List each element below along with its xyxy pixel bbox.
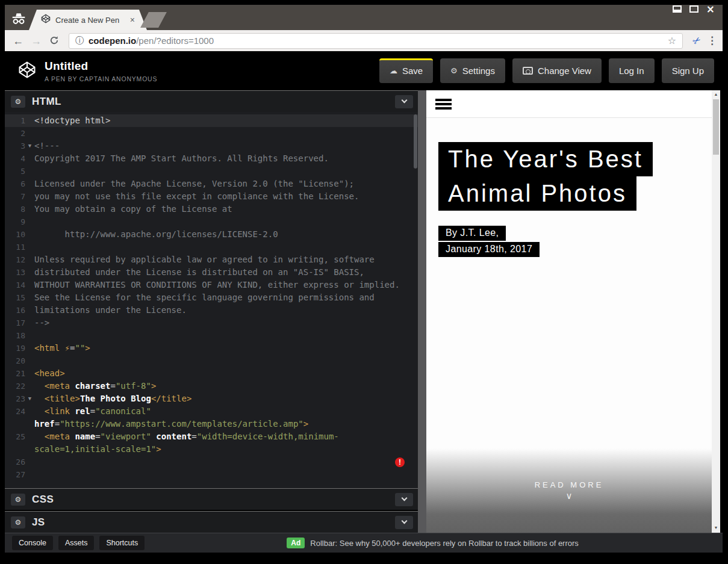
- js-panel-gear-icon[interactable]: ⚙: [11, 516, 25, 528]
- article-byline-author: By J.T. Lee,: [438, 226, 506, 241]
- code-line-text: href="https://www.ampstart.com/templates…: [34, 418, 308, 430]
- preview-scrollbar-thumb[interactable]: [713, 99, 719, 155]
- pen-byline: A PEN BY CAPTAIN ANONYMOUS: [45, 75, 157, 82]
- site-info-icon[interactable]: ⓘ: [75, 36, 84, 46]
- settings-button[interactable]: ⚙ Settings: [440, 58, 505, 83]
- maximize-button-icon[interactable]: [689, 5, 698, 13]
- save-button[interactable]: ☁ Save: [379, 58, 433, 83]
- editor-scrollbar-thumb[interactable]: [414, 114, 417, 169]
- hamburger-menu-icon[interactable]: [435, 99, 452, 110]
- code-row[interactable]: 2: [5, 127, 418, 140]
- code-row[interactable]: 27: [5, 468, 418, 481]
- read-more-link[interactable]: READ MORE: [535, 480, 604, 489]
- log-in-button[interactable]: Log In: [609, 58, 655, 83]
- code-row[interactable]: 8You may obtain a copy of the License at: [5, 203, 418, 215]
- code-row[interactable]: 7you may not use this file except in com…: [5, 190, 418, 203]
- shortcuts-button[interactable]: Shortcuts: [99, 536, 145, 550]
- code-row[interactable]: 1<!doctype html>: [5, 114, 418, 127]
- code-row[interactable]: 13distributed under the License is distr…: [5, 266, 418, 279]
- address-bar[interactable]: ⓘ codepen.io/pen/?editors=1000 ☆: [69, 33, 683, 49]
- reload-icon[interactable]: [47, 33, 61, 49]
- code-line-text: -->: [34, 317, 49, 329]
- html-panel-gear-icon[interactable]: ⚙: [11, 96, 25, 108]
- code-row[interactable]: 9: [5, 215, 418, 228]
- code-row[interactable]: 19<html ⚡="">: [5, 342, 418, 355]
- codepen-logo-icon[interactable]: [18, 61, 36, 81]
- new-tab-button[interactable]: [140, 12, 167, 28]
- preview-site-header: [426, 90, 712, 118]
- article-title: The Year's Best Animal Photos: [438, 142, 700, 211]
- code-line-text: you may not use this file except in comp…: [34, 190, 359, 203]
- scroll-down-arrow-icon[interactable]: ▼: [712, 525, 720, 530]
- change-view-icon: [523, 67, 533, 75]
- code-row[interactable]: 18: [5, 329, 418, 342]
- code-row[interactable]: scale=1,initial-scale=1">: [5, 443, 418, 456]
- tab-title: Create a New Pen: [55, 16, 125, 25]
- read-more-chevron-icon[interactable]: ∨: [566, 491, 573, 501]
- js-panel-collapse-button[interactable]: [395, 516, 413, 529]
- change-view-button-label: Change View: [538, 66, 591, 76]
- code-row[interactable]: 15See the License for the specific langu…: [5, 291, 418, 304]
- code-row[interactable]: 26!: [5, 456, 418, 468]
- css-panel-collapse-button[interactable]: [395, 493, 413, 506]
- code-row[interactable]: 21<head>: [5, 367, 418, 380]
- minimize-button-icon[interactable]: [673, 5, 682, 13]
- code-line-text: distributed under the License is distrib…: [34, 266, 364, 279]
- console-button[interactable]: Console: [12, 536, 53, 550]
- error-icon[interactable]: !: [395, 457, 405, 467]
- editor-footer: Console Assets Shortcuts Ad Rollbar: See…: [5, 533, 723, 553]
- change-view-button[interactable]: Change View: [512, 58, 602, 83]
- ad-text[interactable]: Rollbar: See why 50,000+ developers rely…: [310, 539, 578, 548]
- forward-icon[interactable]: →: [29, 34, 43, 48]
- code-row[interactable]: 20: [5, 355, 418, 367]
- browser-menu-icon[interactable]: ⋮: [707, 34, 717, 47]
- code-row[interactable]: 11: [5, 241, 418, 253]
- back-icon[interactable]: ←: [11, 34, 25, 48]
- code-row[interactable]: 25 <meta name="viewport" content="width=…: [5, 430, 418, 443]
- code-row[interactable]: 23▼ <title>The Photo Blog</title>: [5, 392, 418, 405]
- extension-scissors-icon[interactable]: ✂: [688, 32, 706, 49]
- browser-tab[interactable]: Create a New Pen ×: [29, 10, 147, 30]
- line-number: 16: [5, 304, 25, 317]
- preview-scrollbar[interactable]: ▲ ▼: [712, 90, 720, 533]
- preview-article: The Year's Best Animal Photos By J.T. Le…: [426, 118, 712, 533]
- code-line-text: <head>: [34, 367, 65, 380]
- code-row[interactable]: 4Copyright 2017 The AMP Start Authors. A…: [5, 152, 418, 165]
- line-number: 22: [5, 380, 25, 392]
- sign-up-button[interactable]: Sign Up: [662, 58, 714, 83]
- article-byline: By J.T. Lee, January 18th, 2017: [438, 226, 700, 257]
- read-more-overlay: READ MORE ∨: [426, 448, 712, 533]
- bookmark-star-icon[interactable]: ☆: [668, 35, 676, 46]
- code-line-text: <!---: [34, 140, 60, 152]
- scroll-up-arrow-icon[interactable]: ▲: [712, 92, 720, 96]
- code-row[interactable]: 5: [5, 165, 418, 178]
- save-button-label: Save: [402, 66, 423, 76]
- css-panel-label: CSS: [32, 494, 54, 506]
- code-row[interactable]: 6Licensed under the Apache License, Vers…: [5, 178, 418, 190]
- css-panel-gear-icon[interactable]: ⚙: [11, 494, 25, 506]
- code-row[interactable]: 22 <meta charset="utf-8">: [5, 380, 418, 392]
- article-title-line2: Animal Photos: [438, 176, 636, 211]
- html-code-editor[interactable]: 1<!doctype html>23▼<!---4Copyright 2017 …: [5, 112, 418, 488]
- code-row[interactable]: 3▼<!---: [5, 140, 418, 152]
- fold-arrow-icon[interactable]: ▼: [25, 140, 34, 152]
- fold-arrow-icon[interactable]: ▼: [25, 392, 34, 405]
- gear-icon: ⚙: [450, 66, 458, 75]
- code-row[interactable]: 16limitations under the License.: [5, 304, 418, 317]
- code-row[interactable]: 24 <link rel="canonical": [5, 405, 418, 418]
- code-row[interactable]: 10 http://www.apache.org/licenses/LICENS…: [5, 228, 418, 241]
- footer-ad[interactable]: Ad Rollbar: See why 50,000+ developers r…: [287, 538, 578, 548]
- assets-button[interactable]: Assets: [58, 536, 95, 550]
- editors-preview-resize-handle[interactable]: [418, 90, 426, 533]
- codepen-page: Untitled A PEN BY CAPTAIN ANONYMOUS ☁ Sa…: [5, 51, 723, 553]
- code-row[interactable]: href="https://www.ampstart.com/templates…: [5, 418, 418, 430]
- sign-up-button-label: Sign Up: [672, 66, 704, 76]
- chevron-down-icon: [401, 518, 407, 524]
- html-panel-collapse-button[interactable]: [395, 95, 413, 108]
- code-row[interactable]: 14WITHOUT WARRANTIES OR CONDITIONS OF AN…: [5, 279, 418, 291]
- close-window-icon[interactable]: ×: [706, 5, 715, 13]
- tab-close-icon[interactable]: ×: [130, 16, 135, 24]
- code-row[interactable]: 12Unless required by applicable law or a…: [5, 253, 418, 266]
- code-line-text: <title>The Photo Blog</title>: [34, 392, 191, 405]
- code-row[interactable]: 17-->: [5, 317, 418, 329]
